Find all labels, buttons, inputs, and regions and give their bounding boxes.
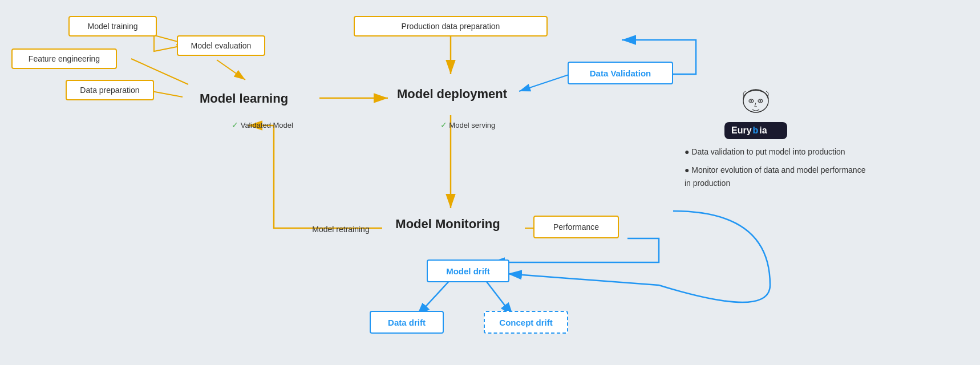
validated-model-label: ✓ Validated Model — [205, 117, 319, 133]
eurybia-badge: Eurybia — [724, 122, 787, 139]
data-validation-node: Data Validation — [568, 62, 673, 84]
model-deployment-node: Model deployment — [371, 80, 533, 108]
concept-drift-node: Concept drift — [484, 311, 568, 334]
brand-part1: Eury — [731, 125, 752, 136]
model-drift-node: Model drift — [427, 259, 509, 282]
bullet-item-2: ● Monitor evolution of data and model pe… — [685, 164, 867, 189]
feature-engineering-node: Feature engineering — [11, 48, 117, 69]
performance-node: Performance — [533, 216, 619, 238]
data-preparation-node: Data preparation — [66, 80, 154, 100]
brand-part2: b — [753, 125, 759, 136]
production-data-prep-node: Production data preparation — [354, 16, 548, 36]
bullet-item-1: ● Data validation to put model into prod… — [685, 145, 867, 158]
model-evaluation-node: Model evaluation — [177, 35, 265, 56]
model-training-node: Model training — [68, 16, 157, 36]
eurybia-logo: Eurybia — [724, 88, 787, 128]
svg-line-1 — [217, 60, 245, 80]
model-serving-label: ✓ Model serving — [411, 117, 525, 133]
svg-point-17 — [760, 100, 762, 102]
bullet-section: ● Data validation to put model into prod… — [685, 145, 867, 195]
svg-point-16 — [751, 100, 752, 102]
brand-part3: ia — [759, 125, 767, 136]
data-drift-node: Data drift — [370, 311, 444, 334]
model-learning-node: Model learning — [177, 84, 311, 113]
diagram: Model training Model evaluation Feature … — [0, 0, 980, 365]
model-monitoring-node: Model Monitoring — [371, 210, 525, 238]
